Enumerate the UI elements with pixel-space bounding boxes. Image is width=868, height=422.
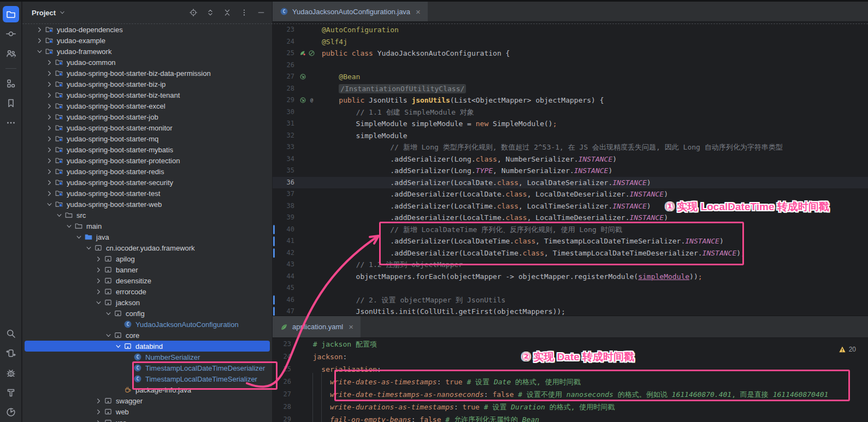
chevron-down-icon[interactable] bbox=[114, 342, 123, 350]
chevron-right-icon[interactable] bbox=[45, 167, 54, 176]
code-line-43[interactable]: 43 // 1.2 注册到 objectMapper bbox=[273, 259, 868, 271]
line-number[interactable]: 23 bbox=[273, 24, 294, 36]
code-line-37[interactable]: 37 .addDeserializer(LocalDate.class, Loc… bbox=[273, 188, 868, 200]
gutter-icons[interactable] bbox=[294, 294, 322, 306]
chevron-down-icon[interactable] bbox=[74, 233, 84, 241]
build-icon[interactable] bbox=[3, 384, 19, 401]
gutter-icons[interactable] bbox=[294, 24, 322, 36]
line-number[interactable]: 26 bbox=[273, 376, 291, 388]
chevron-down-icon[interactable] bbox=[84, 243, 93, 252]
chevron-right-icon[interactable] bbox=[45, 80, 54, 88]
tree-item-apilog[interactable]: apilog bbox=[22, 253, 272, 264]
line-number[interactable]: 24 bbox=[273, 36, 294, 48]
close-icon[interactable]: × bbox=[416, 8, 421, 16]
line-number[interactable]: 32 bbox=[273, 130, 294, 142]
tree-item-xss[interactable]: xss bbox=[22, 417, 272, 422]
tree-item-yudao-spring-boot-starter-security[interactable]: yudao-spring-boot-starter-security bbox=[22, 177, 272, 188]
code-line-29[interactable]: 29 fail-on-empty-beans: false # 允许序列化无属性… bbox=[273, 413, 868, 422]
tree-item-yudao-spring-boot-starter-redis[interactable]: yudao-spring-boot-starter-redis bbox=[22, 166, 272, 177]
project-icon[interactable] bbox=[3, 6, 19, 22]
tree-item-desensitize[interactable]: desensitize bbox=[22, 275, 272, 286]
gutter-icons[interactable] bbox=[294, 130, 322, 142]
chevron-right-icon[interactable] bbox=[45, 156, 54, 165]
line-number[interactable]: 28 bbox=[273, 401, 291, 413]
tree-item-yudao-spring-boot-starter-biz-ip[interactable]: yudao-spring-boot-starter-biz-ip bbox=[22, 79, 272, 90]
code-line-40[interactable]: 40 // 新增 LocalDateTime 序列化、反序列化规则, 使用 Lo… bbox=[273, 224, 868, 236]
line-number[interactable]: 43 bbox=[273, 259, 294, 271]
gutter-icons[interactable] bbox=[294, 36, 322, 48]
code-line-36[interactable]: 36 .addSerializer(LocalDate.class, Local… bbox=[273, 177, 868, 189]
code-line-29[interactable]: 29@ public JsonUtils jsonUtils(List<Obje… bbox=[273, 94, 868, 106]
line-number[interactable]: 25 bbox=[273, 363, 291, 376]
line-number[interactable]: 27 bbox=[273, 71, 294, 83]
tree-item-yudaojacksonautoconfiguration[interactable]: CYudaoJacksonAutoConfiguration bbox=[22, 319, 272, 330]
line-number[interactable]: 38 bbox=[273, 200, 294, 212]
tree-item-package-info-java[interactable]: package-info.java bbox=[22, 384, 272, 395]
gutter-icons[interactable] bbox=[294, 188, 322, 200]
tree-item-jackson[interactable]: jackson bbox=[22, 297, 272, 308]
code-line-45[interactable]: 45 bbox=[273, 282, 868, 294]
tree-item-swagger[interactable]: swagger bbox=[22, 395, 272, 406]
code-line-41[interactable]: 41 .addSerializer(LocalDateTime.class, T… bbox=[273, 235, 868, 247]
tree-item-yudao-spring-boot-starter-biz-data-permission[interactable]: yudao-spring-boot-starter-biz-data-permi… bbox=[22, 68, 272, 79]
chevron-right-icon[interactable] bbox=[45, 145, 54, 154]
tree-item-banner[interactable]: banner bbox=[22, 264, 272, 275]
code-line-33[interactable]: 33 // 新增 Long 类型序列化规则, 数值超过 2^53-1, 在 JS… bbox=[273, 141, 868, 153]
gutter-icons[interactable] bbox=[294, 247, 322, 259]
code-line-23[interactable]: 23 # jackson 配置项 bbox=[273, 338, 868, 350]
gutter-icons[interactable] bbox=[294, 200, 322, 212]
code-line-35[interactable]: 35 .addSerializer(Long.TYPE, NumberSeria… bbox=[273, 165, 868, 177]
chevron-right-icon[interactable] bbox=[45, 91, 54, 99]
chevron-right-icon[interactable] bbox=[94, 407, 103, 416]
gutter-icons[interactable] bbox=[294, 212, 322, 224]
tree-item-yudao-spring-boot-starter-web[interactable]: yudao-spring-boot-starter-web bbox=[22, 199, 272, 210]
line-number[interactable]: 30 bbox=[273, 106, 294, 118]
tree-item-yudao-spring-boot-starter-monitor[interactable]: yudao-spring-boot-starter-monitor bbox=[22, 122, 272, 133]
gutter-icons[interactable]: @ bbox=[294, 94, 322, 106]
line-number[interactable]: 29 bbox=[273, 94, 294, 106]
line-number[interactable]: 44 bbox=[273, 271, 294, 283]
line-number[interactable]: 24 bbox=[273, 350, 291, 363]
chevron-down-icon[interactable] bbox=[64, 222, 74, 230]
code-line-26[interactable]: 26 bbox=[273, 60, 868, 72]
debug-icon[interactable] bbox=[3, 365, 19, 381]
tree-item-yudao-spring-boot-starter-biz-tenant[interactable]: yudao-spring-boot-starter-biz-tenant bbox=[22, 90, 272, 100]
tree-item-yudao-spring-boot-starter-excel[interactable]: yudao-spring-boot-starter-excel bbox=[22, 100, 272, 111]
chevron-down-icon[interactable] bbox=[55, 211, 64, 219]
chevron-right-icon[interactable] bbox=[94, 254, 103, 263]
chevron-right-icon[interactable] bbox=[45, 102, 54, 110]
gutter-icons[interactable] bbox=[294, 177, 322, 189]
structure-icon[interactable] bbox=[3, 75, 19, 92]
line-number[interactable]: 25 bbox=[273, 47, 294, 60]
bean-arrow-icon[interactable] bbox=[299, 97, 306, 104]
tree-item-errorcode[interactable]: errorcode bbox=[22, 286, 272, 297]
chevron-right-icon[interactable] bbox=[45, 189, 54, 198]
chevron-right-icon[interactable] bbox=[94, 418, 103, 422]
code-line-25[interactable]: 25 serialization: bbox=[273, 363, 868, 376]
line-number[interactable]: 39 bbox=[273, 212, 294, 224]
chevron-right-icon[interactable] bbox=[45, 112, 54, 121]
tree-item-yudao-spring-boot-starter-job[interactable]: yudao-spring-boot-starter-job bbox=[22, 111, 272, 122]
tree-item-yudao-common[interactable]: yudao-common bbox=[22, 57, 272, 68]
gutter-icons[interactable] bbox=[294, 165, 322, 177]
gutter-icons[interactable] bbox=[294, 106, 322, 118]
code-line-28[interactable]: 28 write-durations-as-timestamps: true #… bbox=[273, 401, 868, 413]
more-icon[interactable] bbox=[3, 115, 19, 131]
chevron-down-icon[interactable] bbox=[45, 200, 54, 209]
tree-item-web[interactable]: web bbox=[22, 406, 272, 417]
tree-item-core[interactable]: core bbox=[22, 330, 272, 341]
bookmarks-icon[interactable] bbox=[3, 95, 19, 111]
tree-item-yudao-example[interactable]: yudao-example bbox=[22, 35, 272, 46]
tree-item-numberserializer[interactable]: CNumberSerializer bbox=[22, 352, 272, 362]
gutter-icons[interactable] bbox=[294, 83, 322, 95]
code-line-26[interactable]: 26 write-dates-as-timestamps: true # 设置 … bbox=[273, 376, 868, 388]
line-number[interactable]: 41 bbox=[273, 235, 294, 247]
line-number[interactable]: 40 bbox=[273, 224, 294, 236]
chevron-right-icon[interactable] bbox=[94, 276, 103, 285]
tree-item-yudao-framework[interactable]: yudao-framework bbox=[22, 46, 272, 57]
chevron-right-icon[interactable] bbox=[94, 265, 103, 274]
line-number[interactable]: 33 bbox=[273, 141, 294, 153]
gutter-icons[interactable] bbox=[294, 71, 322, 83]
code-line-46[interactable]: 46 // 2. 设置 objectMapper 到 JsonUtils bbox=[273, 294, 868, 306]
tree-item-yudao-spring-boot-starter-mq[interactable]: yudao-spring-boot-starter-mq bbox=[22, 133, 272, 144]
